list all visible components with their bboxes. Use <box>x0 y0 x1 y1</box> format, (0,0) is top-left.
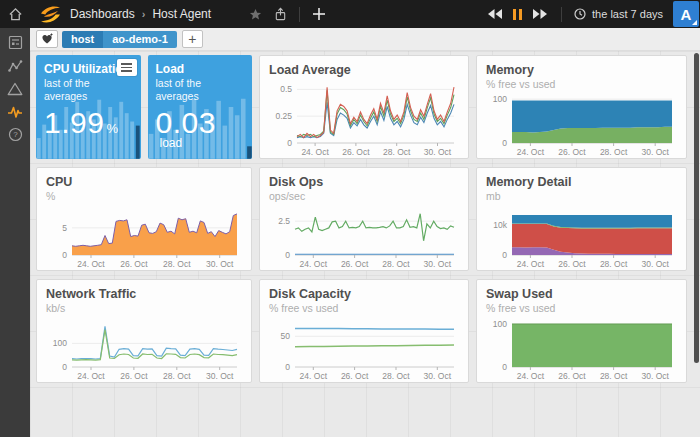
tile-load[interactable]: Load last of the averages 0.03load <box>148 55 253 159</box>
svg-text:30. Oct: 30. Oct <box>641 147 669 157</box>
summary-tiles: CPU Utilization last of the averages 1.9… <box>36 55 252 159</box>
sidebar-item-metrics[interactable] <box>0 54 30 77</box>
breadcrumb: Dashboards › Host Agent <box>70 7 211 21</box>
panel-network-traffic[interactable]: Network Traffic kb/s 010024. Oct26. Oct2… <box>36 279 252 383</box>
svg-text:26. Oct: 26. Oct <box>341 371 369 381</box>
panel-disk-ops[interactable]: Disk Ops ops/sec 02.524. Oct26. Oct28. O… <box>259 167 469 271</box>
svg-text:30. Oct: 30. Oct <box>424 147 452 157</box>
panel-load-average[interactable]: Load Average 00.250.524. Oct26. Oct28. O… <box>259 55 469 159</box>
sidebar-item-help[interactable]: ? <box>0 123 30 146</box>
menu-icon <box>121 63 132 72</box>
add-dashboard-button[interactable] <box>312 7 326 21</box>
tile-subtitle: last of the averages <box>44 77 133 103</box>
breadcrumb-separator-icon: › <box>142 8 146 20</box>
dashboard-content: CPU Utilization last of the averages 1.9… <box>30 51 700 437</box>
svg-text:28. Oct: 28. Oct <box>382 371 410 381</box>
panel-subtitle: % free vs used <box>269 302 459 315</box>
svg-text:5: 5 <box>62 223 67 233</box>
svg-text:0: 0 <box>62 250 67 260</box>
svg-text:28. Oct: 28. Oct <box>600 371 628 381</box>
panel-memory[interactable]: Memory % free vs used 010024. Oct26. Oct… <box>476 55 687 159</box>
svg-text:0: 0 <box>285 250 290 260</box>
svg-text:24. Oct: 24. Oct <box>300 371 328 381</box>
breadcrumb-section[interactable]: Dashboards <box>70 7 135 21</box>
svg-text:28. Oct: 28. Oct <box>163 371 191 381</box>
panel-subtitle: mb <box>486 190 677 203</box>
svg-text:26. Oct: 26. Oct <box>558 147 586 157</box>
tile-cpu-utilization[interactable]: CPU Utilization last of the averages 1.9… <box>36 55 141 159</box>
svg-text:0: 0 <box>502 138 507 148</box>
time-range-label: the last 7 days <box>592 8 663 20</box>
panel-title: Swap Used <box>486 287 677 302</box>
tile-value: 0.03load <box>156 107 245 149</box>
svg-text:2.5: 2.5 <box>278 216 290 226</box>
step-forward-button[interactable] <box>533 9 547 19</box>
panel-title: Network Traffic <box>46 287 242 302</box>
disk-capacity-chart: 05024. Oct26. Oct28. Oct30. Oct <box>269 317 459 380</box>
panel-title: Disk Ops <box>269 175 459 190</box>
sidebar-item-infrastructure[interactable] <box>0 100 30 123</box>
panel-subtitle: kb/s <box>46 302 242 315</box>
svg-text:26. Oct: 26. Oct <box>342 147 370 157</box>
alert-triangle-icon <box>7 82 23 96</box>
topbar-divider <box>561 7 562 22</box>
filter-chip-group[interactable]: host ao-demo-1 <box>62 31 177 48</box>
filter-key-chip[interactable]: host <box>62 31 103 48</box>
sidebar-item-alerts[interactable] <box>0 77 30 100</box>
network-traffic-chart: 010024. Oct26. Oct28. Oct30. Oct <box>46 317 242 380</box>
step-back-button[interactable] <box>488 9 502 19</box>
tile-unit: % <box>106 121 118 136</box>
panel-disk-capacity[interactable]: Disk Capacity % free vs used 05024. Oct2… <box>259 279 469 383</box>
solarwinds-logo-icon[interactable] <box>40 5 61 24</box>
svg-text:24. Oct: 24. Oct <box>517 259 545 269</box>
svg-text:50: 50 <box>281 331 291 341</box>
cpu-chart: 0524. Oct26. Oct28. Oct30. Oct <box>46 205 242 268</box>
sidebar-item-dashboards[interactable] <box>0 31 30 54</box>
pause-icon <box>513 9 522 20</box>
svg-text:30. Oct: 30. Oct <box>206 259 234 269</box>
tile-subtitle: last of the averages <box>156 77 245 103</box>
rewind-icon <box>488 9 502 19</box>
vertical-scrollbar[interactable] <box>694 53 699 363</box>
svg-text:24. Oct: 24. Oct <box>300 259 328 269</box>
svg-text:30. Oct: 30. Oct <box>424 371 452 381</box>
svg-text:24. Oct: 24. Oct <box>77 259 105 269</box>
filter-value-chip[interactable]: ao-demo-1 <box>103 31 177 48</box>
app-root: Dashboards › Host Agent <box>0 0 700 437</box>
svg-text:28. Oct: 28. Oct <box>383 147 411 157</box>
clock-icon <box>574 8 586 20</box>
svg-text:30. Oct: 30. Oct <box>206 371 234 381</box>
favorite-star-button[interactable] <box>249 8 262 21</box>
tile-value: 1.99% <box>44 107 133 139</box>
svg-text:30. Oct: 30. Oct <box>424 259 452 269</box>
panel-title: Memory <box>486 63 677 78</box>
svg-text:26. Oct: 26. Oct <box>558 259 586 269</box>
panel-cpu[interactable]: CPU % 0524. Oct26. Oct28. Oct30. Oct <box>36 167 252 271</box>
time-range-selector[interactable]: the last 7 days <box>574 8 663 20</box>
panel-swap-used[interactable]: Swap Used % free vs used 010024. Oct26. … <box>476 279 687 383</box>
panel-title: Memory Detail <box>486 175 677 190</box>
add-filter-button[interactable]: + <box>182 30 203 48</box>
favorite-filter-button[interactable] <box>36 30 58 48</box>
disk-ops-chart: 02.524. Oct26. Oct28. Oct30. Oct <box>269 205 459 268</box>
fast-forward-icon <box>533 9 547 19</box>
topbar-divider <box>299 7 300 22</box>
load-average-chart: 00.250.524. Oct26. Oct28. Oct30. Oct <box>269 80 459 156</box>
pause-button[interactable] <box>513 9 522 20</box>
panel-memory-detail[interactable]: Memory Detail mb 010k24. Oct26. Oct28. O… <box>476 167 687 271</box>
panel-title: Disk Capacity <box>269 287 459 302</box>
metrics-icon <box>8 59 23 73</box>
home-button[interactable] <box>0 0 30 28</box>
user-avatar[interactable]: A <box>673 1 699 27</box>
tile-menu-button[interactable] <box>117 59 137 76</box>
memory-detail-chart: 010k24. Oct26. Oct28. Oct30. Oct <box>486 205 677 268</box>
avatar-initial: A <box>681 6 692 23</box>
share-icon <box>274 7 287 21</box>
share-button[interactable] <box>274 7 287 21</box>
svg-text:0.5: 0.5 <box>280 84 292 94</box>
svg-text:28. Oct: 28. Oct <box>382 259 410 269</box>
plus-icon: + <box>188 32 196 46</box>
svg-text:100: 100 <box>493 94 507 104</box>
svg-text:26. Oct: 26. Oct <box>558 371 586 381</box>
svg-text:?: ? <box>13 130 18 139</box>
